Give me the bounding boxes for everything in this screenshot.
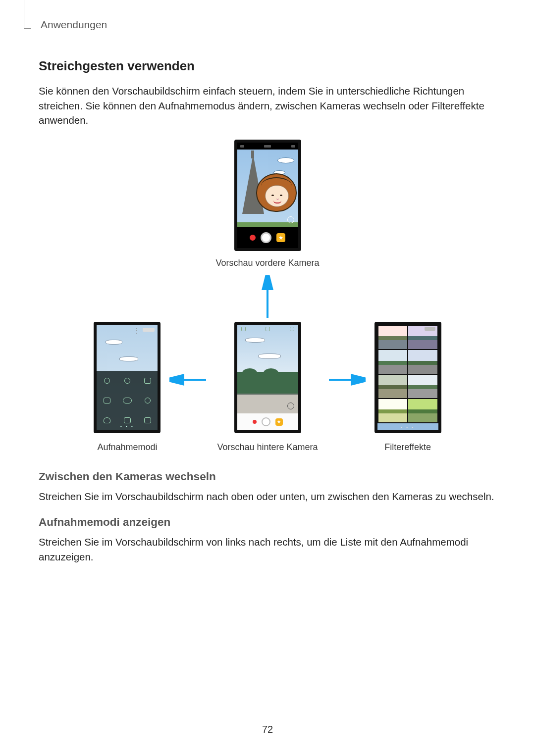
phone-status-bar: [237, 143, 298, 150]
switch-camera-icon: [287, 403, 294, 409]
record-icon: [253, 420, 257, 424]
effects-icon: ★: [276, 233, 285, 242]
figure-caption-left: Aufnahmemodi: [94, 442, 160, 453]
arrow-left-icon: [169, 370, 208, 390]
shutter-icon: [262, 417, 270, 426]
figure-front-camera-preview: ★: [234, 140, 301, 251]
mode-icon: [124, 378, 130, 384]
mode-icon: [104, 378, 110, 384]
figure-caption-top: Vorschau vordere Kamera: [39, 258, 496, 268]
camera-control-bar: ★: [237, 227, 298, 248]
aspect-icon: [266, 327, 270, 331]
document-page: Anwendungen Streichgesten verwenden Sie …: [0, 0, 535, 564]
subsection-title-show-modes: Aufnahmemodi anzeigen: [39, 516, 496, 529]
mode-icon: [145, 398, 151, 403]
figure-rear-camera-preview: ★: [234, 322, 301, 433]
figure-filter-effects: • • •: [374, 322, 441, 433]
record-icon: [250, 235, 256, 241]
subsection-body-show-modes: Streichen Sie im Vorschaubildschirm von …: [39, 535, 496, 564]
mode-icon: [104, 398, 110, 403]
arrow-right-icon: [327, 370, 366, 390]
mode-icon: [144, 417, 151, 423]
figure-caption-right: Filtereffekte: [374, 442, 441, 453]
page-number: 72: [0, 724, 535, 735]
section-intro: Sie können den Vorschaubildschirm einfac…: [39, 84, 496, 128]
figure-shooting-modes: ⋮: [94, 322, 160, 433]
arrow-up-icon: [258, 275, 277, 320]
subsection-title-switch-camera: Zwischen den Kameras wechseln: [39, 470, 496, 483]
flash-icon: [290, 327, 294, 331]
mode-icon: [144, 378, 151, 384]
settings-icon: [241, 327, 246, 331]
mode-icon: [124, 417, 131, 423]
figure-caption-center: Vorschau hintere Kamera: [217, 442, 318, 453]
section-title: Streichgesten verwenden: [39, 58, 496, 74]
page-tab-mark: [24, 0, 31, 29]
switch-camera-icon: [287, 216, 294, 223]
mode-icon: [104, 417, 110, 423]
breadcrumb: Anwendungen: [41, 19, 496, 31]
mode-icon: [123, 398, 132, 403]
gesture-diagram: ★ Vorschau vordere Kamera ⋮: [39, 140, 496, 453]
camera-control-bar: ★: [237, 413, 298, 430]
subsection-body-switch-camera: Streichen Sie im Vorschaubildschirm nach…: [39, 489, 496, 504]
effects-icon: ★: [275, 418, 283, 426]
shutter-icon: [261, 232, 271, 243]
